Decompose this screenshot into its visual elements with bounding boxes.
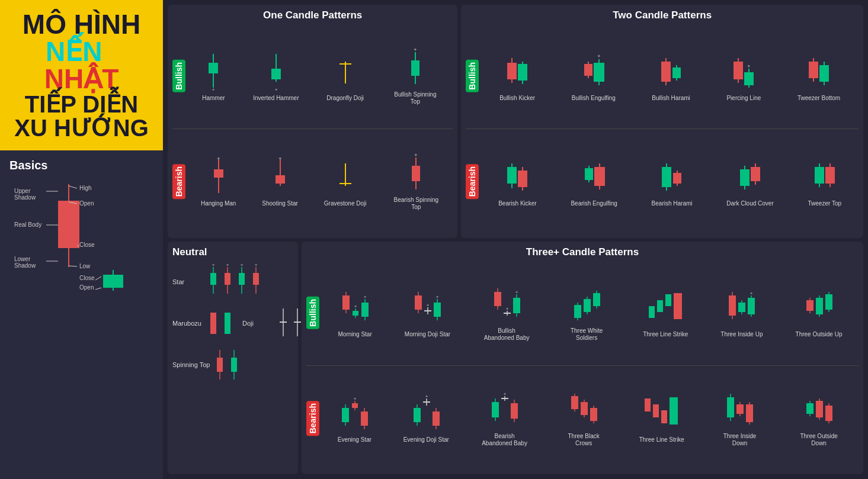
title-box: MÔ HÌNH NẾN NHẬT TIẾP DIỄN XU HƯỚNG [0,0,163,150]
bearish-engulfing-name: Bearish Engulfing [571,200,617,207]
svg-rect-44 [214,169,223,178]
three-inside-down-svg [723,389,756,430]
one-candle-bullish-patterns: + Hammer + Inverted [188,47,453,105]
svg-rect-29 [209,63,218,73]
title-line4: XU HƯỚNG [9,116,153,140]
svg-text:+: + [425,394,428,399]
svg-rect-256 [661,410,667,423]
dark-cloud-cover-item: Dark Cloud Cover [726,156,773,207]
neutral-patterns: Star + + + + Marubozu Doji [172,262,293,382]
hanging-man-item: + Hanging Man [201,156,236,207]
three-line-strike-bearish-item: Three Line Strike [639,393,684,443]
svg-rect-103 [662,167,671,187]
three-inside-up-item: + Three Inside Up [720,287,763,338]
svg-rect-259 [727,397,734,417]
title-nhat: NHẬT [44,63,119,94]
bullish-abandoned-baby-svg: + + [491,284,523,325]
spinning-top-neutral-row: Spinning Top [172,347,293,382]
svg-text:+: + [354,304,357,309]
bullish-engulfing-name: Bullish Engulfing [572,95,616,102]
svg-text:+: + [504,391,507,397]
svg-rect-268 [806,403,813,414]
svg-text:+: + [748,63,751,69]
svg-rect-213 [825,294,832,310]
three-outside-down-svg [803,389,835,430]
bearish-abandoned-baby-svg: + [488,389,521,430]
three-plus-panel: Three+ Candle Patterns Bullish [302,242,863,475]
svg-text:+: + [597,53,600,59]
svg-rect-173 [494,292,501,306]
svg-text:Close: Close [79,275,95,281]
svg-rect-243 [511,403,518,419]
dragonfly-doji-item: Dragonfly Doji [326,51,364,102]
svg-rect-207 [806,300,813,311]
top-row: One Candle Patterns Bullish + [168,5,863,238]
two-candle-bearish-patterns: Bearish Kicker [481,156,859,207]
bearish-engulfing-item: Bearish Engulfing [571,156,617,207]
three-plus-patterns: Bullish + [306,262,859,470]
marubozu-doji-row: Marubozu Doji [172,306,293,341]
main-content: One Candle Patterns Bullish + [163,0,868,479]
tweezer-top-name: Tweezer Top [808,200,842,207]
three-plus-title: Three+ Candle Patterns [306,246,859,258]
bearish-engulfing-svg [579,156,609,198]
svg-rect-249 [581,402,588,415]
one-candle-bearish-patterns: + Hanging Man + Shoo [188,153,453,211]
svg-rect-252 [590,408,597,421]
bearish-harami-item: Bearish Harami [652,156,693,207]
svg-rect-106 [673,173,681,184]
title-line3: TIẾP DIỄN [9,92,153,116]
gravestone-doji-item: Gravestone Doji [324,156,367,207]
bearish-kicker-item: Bearish Kicker [498,156,536,207]
bullish-kicker-svg [502,51,532,92]
svg-rect-162 [415,295,422,310]
bullish-harami-name: Bullish Harami [652,95,690,102]
shooting-star-name: Shooting Star [262,200,298,207]
svg-rect-274 [825,406,832,421]
svg-text:Lower: Lower [14,256,31,262]
svg-rect-112 [751,167,760,181]
dark-cloud-cover-svg [735,156,765,198]
svg-text:+: + [427,303,430,308]
bearish-kicker-svg [502,156,532,198]
two-candle-panel: Two Candle Patterns Bullish [461,5,863,238]
svg-rect-72 [661,62,671,82]
three-line-strike-bullish-svg [646,287,685,329]
svg-text:Open: Open [79,284,94,291]
svg-rect-246 [571,396,578,409]
bearish-spinning-top-item: + Bearish Spinning Top [392,153,440,211]
evening-doji-star-svg: + [410,393,443,434]
evening-star-svg: + [338,393,371,434]
svg-rect-210 [816,298,823,314]
hammer-name: Hammer [202,95,225,102]
morning-star-name: Morning Star [338,331,372,338]
svg-text:+: + [217,156,220,162]
svg-rect-22 [103,275,123,288]
hanging-man-name: Hanging Man [201,200,236,207]
svg-text:+: + [415,153,418,158]
svg-text:+: + [278,156,281,162]
svg-text:+: + [241,264,244,268]
svg-rect-94 [518,171,527,187]
neutral-panel: Neutral Star + + + + Marubozu [168,242,298,475]
morning-doji-star-svg: + + [411,287,444,329]
dragonfly-doji-svg [334,51,357,92]
tweezer-bottom-svg [804,51,834,92]
shooting-star-svg: + [268,156,292,198]
bearish-harami-name: Bearish Harami [652,200,693,207]
tweezer-top-svg [810,156,840,198]
svg-rect-145 [217,358,223,372]
svg-rect-226 [414,408,421,422]
svg-text:+: + [414,47,417,53]
svg-rect-62 [518,64,527,81]
svg-rect-193 [657,300,663,312]
evening-doji-star-item: + Evening Doji Star [403,393,449,443]
piercing-line-svg: + [729,51,758,92]
morning-doji-star-item: + + Morning Doji Star [405,287,450,338]
svg-rect-154 [353,311,358,316]
three-inside-down-name: Three Inside Down [716,433,764,447]
svg-rect-81 [744,72,754,85]
two-candle-title: Two Candle Patterns [466,9,859,21]
dark-cloud-cover-name: Dark Cloud Cover [726,200,773,207]
svg-rect-1 [58,201,79,248]
